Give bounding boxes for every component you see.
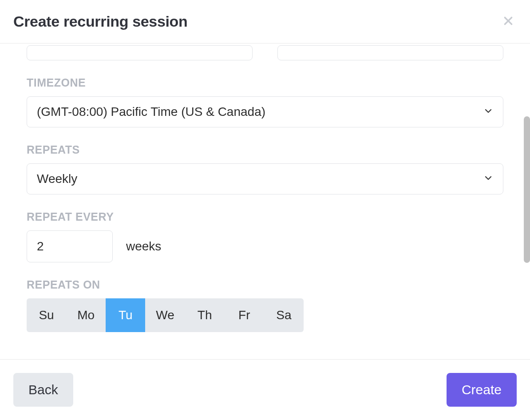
day-toggle-fr[interactable]: Fr (225, 298, 264, 332)
repeats-on-label: REPEATS ON (27, 278, 503, 291)
partial-top-row (27, 45, 503, 60)
timezone-select[interactable]: (GMT-08:00) Pacific Time (US & Canada) (27, 96, 503, 127)
day-toggle-th[interactable]: Th (185, 298, 225, 332)
create-button[interactable]: Create (447, 373, 517, 407)
day-toggle-sa[interactable]: Sa (264, 298, 304, 332)
timezone-label: TIMEZONE (27, 76, 503, 89)
repeat-every-field: REPEAT EVERY weeks (27, 210, 503, 262)
partial-input-left[interactable] (27, 45, 253, 60)
days-row: SuMoTuWeThFrSa (27, 298, 304, 332)
timezone-select-wrap: (GMT-08:00) Pacific Time (US & Canada) (27, 96, 503, 127)
scrollbar-thumb[interactable] (524, 116, 530, 263)
repeat-every-unit: weeks (126, 239, 161, 254)
timezone-field: TIMEZONE (GMT-08:00) Pacific Time (US & … (27, 76, 503, 127)
modal-header: Create recurring session (0, 0, 530, 44)
day-toggle-tu[interactable]: Tu (106, 298, 145, 332)
repeats-select-wrap: Weekly (27, 163, 503, 194)
repeat-every-input[interactable] (27, 230, 113, 262)
modal-body[interactable]: TIMEZONE (GMT-08:00) Pacific Time (US & … (0, 44, 530, 359)
modal-title: Create recurring session (13, 13, 187, 30)
day-toggle-we[interactable]: We (145, 298, 185, 332)
repeats-field: REPEATS Weekly (27, 143, 503, 194)
repeats-on-field: REPEATS ON SuMoTuWeThFrSa (27, 278, 503, 332)
create-recurring-session-modal: Create recurring session TIMEZONE (GMT-0… (0, 0, 530, 420)
repeats-select[interactable]: Weekly (27, 163, 503, 194)
close-button[interactable] (500, 12, 517, 31)
repeat-every-label: REPEAT EVERY (27, 210, 503, 223)
modal-footer: Back Create (0, 359, 530, 420)
back-button[interactable]: Back (13, 373, 73, 407)
day-toggle-mo[interactable]: Mo (66, 298, 106, 332)
repeat-every-row: weeks (27, 230, 503, 262)
partial-input-right[interactable] (277, 45, 503, 60)
close-icon (502, 15, 514, 28)
repeats-label: REPEATS (27, 143, 503, 156)
form-body-inner: TIMEZONE (GMT-08:00) Pacific Time (US & … (27, 45, 503, 332)
day-toggle-su[interactable]: Su (27, 298, 66, 332)
